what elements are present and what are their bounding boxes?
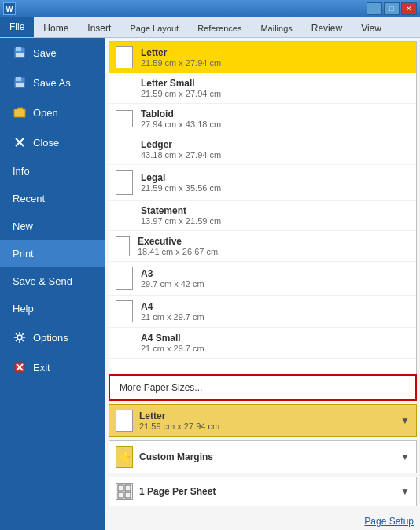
selected-paper-dropdown[interactable]: Letter 21.59 cm x 27.94 cm ▼ <box>109 404 417 437</box>
bottom-options: Letter 21.59 cm x 27.94 cm ▼ ⭐ Custom Ma… <box>105 401 420 513</box>
paper-size-letter-small[interactable]: Letter Small 21.59 cm x 27.94 cm <box>109 73 416 104</box>
close-button[interactable]: ✕ <box>401 2 417 15</box>
paper-info-ledger: Ledger 43.18 cm x 27.94 cm <box>116 139 221 160</box>
ribbon-tabs: File Home Insert Page Layout References … <box>0 17 420 38</box>
more-paper-sizes-button[interactable]: More Paper Sizes... <box>109 374 417 401</box>
paper-preview-executive <box>116 236 130 256</box>
sidebar-item-close[interactable]: Close <box>0 127 105 157</box>
tab-references[interactable]: References <box>188 20 251 37</box>
paper-name-legal: Legal <box>141 172 221 183</box>
custom-margins-dropdown[interactable]: ⭐ Custom Margins ▼ <box>109 440 417 473</box>
save-label: Save <box>33 47 57 59</box>
paper-size-list[interactable]: Letter 21.59 cm x 27.94 cm Letter Small … <box>109 41 417 374</box>
paper-info-executive: Executive 18.41 cm x 26.67 cm <box>138 236 218 256</box>
paper-size-a4[interactable]: A4 21 cm x 29.7 cm <box>109 296 416 328</box>
paper-info-letter: Letter 21.59 cm x 27.94 cm <box>141 47 221 68</box>
paper-size-a4-dim: 21 cm x 29.7 cm <box>141 312 204 322</box>
sidebar-item-save-as[interactable]: Save As <box>0 68 105 98</box>
paper-size-letter[interactable]: Letter 21.59 cm x 27.94 cm <box>109 42 416 73</box>
svg-rect-4 <box>16 77 21 81</box>
tab-mailings[interactable]: Mailings <box>251 20 301 37</box>
open-icon <box>13 105 27 120</box>
sidebar-item-save-send[interactable]: Save & Send <box>0 267 105 295</box>
save-icon <box>13 46 27 60</box>
page-setup-link[interactable]: Page Setup <box>105 513 420 530</box>
maximize-button[interactable]: □ <box>384 2 400 15</box>
paper-size-a3-dim: 29.7 cm x 42 cm <box>141 279 204 289</box>
custom-margins-text: Custom Margins <box>139 451 400 462</box>
window-controls[interactable]: — □ ✕ <box>367 2 417 15</box>
app-icon: W <box>3 2 16 15</box>
selected-paper-name: Letter <box>139 410 400 421</box>
svg-rect-14 <box>118 492 123 498</box>
sidebar: Save Save As Open <box>0 38 105 530</box>
selected-paper-text: Letter 21.59 cm x 27.94 cm <box>139 410 400 431</box>
save-send-label: Save & Send <box>13 275 72 287</box>
paper-size-statement[interactable]: Statement 13.97 cm x 21.59 cm <box>109 201 416 231</box>
exit-icon <box>13 360 27 374</box>
paper-name-letter-small: Letter Small <box>141 78 221 89</box>
paper-name-ledger: Ledger <box>141 139 221 150</box>
tab-view[interactable]: View <box>352 20 391 37</box>
paper-size-executive-dim: 18.41 cm x 26.67 cm <box>138 247 218 256</box>
paper-name-executive: Executive <box>138 236 218 247</box>
sidebar-item-save[interactable]: Save <box>0 38 105 68</box>
sidebar-item-open[interactable]: Open <box>0 98 105 127</box>
main-layout: Save Save As Open <box>0 38 420 530</box>
sidebar-item-recent[interactable]: Recent <box>0 185 105 212</box>
svg-rect-1 <box>16 47 21 51</box>
svg-rect-5 <box>16 83 24 87</box>
paper-info-a3: A3 29.7 cm x 42 cm <box>141 268 204 289</box>
paper-size-a3[interactable]: A3 29.7 cm x 42 cm <box>109 262 416 296</box>
custom-margins-label: Custom Margins <box>139 451 400 462</box>
paper-size-letter-small-dim: 21.59 cm x 27.94 cm <box>141 89 221 98</box>
paper-size-tabloid[interactable]: Tabloid 27.94 cm x 43.18 cm <box>109 104 416 134</box>
tab-page-layout[interactable]: Page Layout <box>120 20 188 37</box>
page-per-sheet-dropdown[interactable]: 1 Page Per Sheet ▼ <box>109 477 417 506</box>
save-as-icon <box>13 75 27 90</box>
tab-home[interactable]: Home <box>34 20 78 37</box>
close-label: Close <box>33 137 59 149</box>
paper-preview-legal <box>116 170 133 195</box>
page-per-sheet-label: 1 Page Per Sheet <box>139 486 400 497</box>
paper-name-letter: Letter <box>141 47 221 58</box>
sidebar-item-new[interactable]: New <box>0 212 105 240</box>
page-per-sheet-text: 1 Page Per Sheet <box>139 486 400 497</box>
svg-rect-12 <box>118 485 123 491</box>
tab-insert[interactable]: Insert <box>78 20 120 37</box>
paper-name-statement: Statement <box>141 205 221 216</box>
paper-size-legal[interactable]: Legal 21.59 cm x 35.56 cm <box>109 165 416 201</box>
paper-size-a4-small-dim: 21 cm x 29.7 cm <box>141 344 204 353</box>
paper-size-ledger[interactable]: Ledger 43.18 cm x 27.94 cm <box>109 134 416 165</box>
options-icon <box>13 330 27 344</box>
paper-name-a3: A3 <box>141 268 204 279</box>
selected-paper-size: 21.59 cm x 27.94 cm <box>139 421 400 431</box>
close-icon <box>13 135 27 149</box>
svg-point-8 <box>17 335 22 340</box>
new-label: New <box>13 220 33 232</box>
minimize-button[interactable]: — <box>367 2 382 15</box>
sidebar-item-print[interactable]: Print <box>0 240 105 267</box>
paper-size-executive[interactable]: Executive 18.41 cm x 26.67 cm <box>109 231 416 262</box>
recent-label: Recent <box>13 193 45 204</box>
paper-size-letter-dim: 21.59 cm x 27.94 cm <box>141 58 221 68</box>
tab-file[interactable]: File <box>0 17 34 37</box>
paper-size-legal-dim: 21.59 cm x 35.56 cm <box>141 183 221 193</box>
paper-info-letter-small: Letter Small 21.59 cm x 27.94 cm <box>116 78 221 98</box>
paper-preview-a4 <box>116 300 133 322</box>
save-as-label: Save As <box>33 77 71 89</box>
tab-review[interactable]: Review <box>302 20 352 37</box>
paper-info-legal: Legal 21.59 cm x 35.56 cm <box>141 172 221 193</box>
page-per-sheet-icon <box>116 483 133 500</box>
paper-info-a4: A4 21 cm x 29.7 cm <box>141 301 204 322</box>
content-area: Letter 21.59 cm x 27.94 cm Letter Small … <box>105 38 420 530</box>
sidebar-item-help[interactable]: Help <box>0 295 105 322</box>
paper-size-statement-dim: 13.97 cm x 21.59 cm <box>141 216 221 226</box>
sidebar-item-info[interactable]: Info <box>0 157 105 185</box>
selected-paper-arrow: ▼ <box>400 415 410 426</box>
paper-size-a4-small[interactable]: A4 Small 21 cm x 29.7 cm <box>109 328 416 359</box>
paper-preview-letter <box>116 46 133 68</box>
sidebar-item-options[interactable]: Options <box>0 322 105 352</box>
sidebar-item-exit[interactable]: Exit <box>0 352 105 382</box>
paper-preview-a3 <box>116 267 133 290</box>
